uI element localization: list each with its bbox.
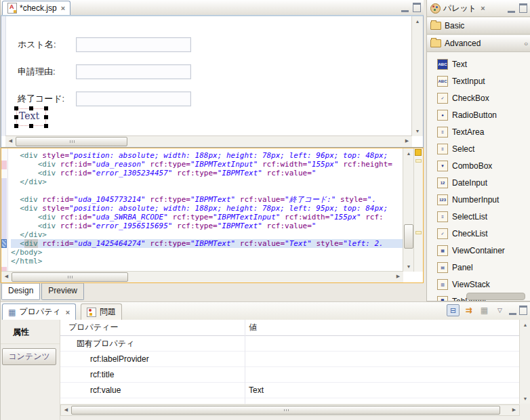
scroll-down-icon[interactable]: ▼ (412, 126, 423, 136)
annotation-marker[interactable] (415, 159, 422, 163)
minimize-icon[interactable] (508, 4, 515, 13)
code-line[interactable]: </html> (11, 257, 403, 266)
design-canvas[interactable]: ホスト名:申請理由:終了コード: Text ▲ ▼ ◀ ▶ (1, 15, 424, 148)
palette-item-selectlist[interactable]: ≡SelectList (427, 208, 530, 225)
selection-handle[interactable] (14, 115, 18, 119)
palette-item-combobox[interactable]: ▼ComboBox (427, 157, 530, 174)
selection-handle[interactable] (44, 106, 48, 110)
source-code[interactable]: <div style="position: absolute; width: 1… (8, 148, 403, 272)
field-input[interactable] (76, 37, 191, 52)
source-horizontal-scrollbar[interactable]: ◀ ▶ (1, 271, 403, 282)
minimize-icon[interactable] (401, 3, 409, 12)
selection-handle[interactable] (44, 124, 48, 128)
code-line[interactable]: <div style="position: absolute; width: 1… (11, 204, 403, 213)
selection-handle[interactable] (14, 124, 18, 128)
selection-handle[interactable] (29, 106, 33, 110)
palette-scrollbar-thumb[interactable] (466, 293, 525, 300)
design-vertical-scrollbar[interactable]: ▲ ▼ (411, 16, 423, 136)
selection-handle[interactable] (29, 124, 33, 128)
maximize-icon[interactable] (519, 306, 527, 315)
property-value[interactable]: Text (245, 385, 264, 395)
scroll-right-icon[interactable]: ▶ (393, 272, 403, 282)
scroll-up-icon[interactable]: ▲ (403, 148, 414, 159)
table-row[interactable]: rcf:title (60, 367, 520, 383)
tab-design[interactable]: Design (1, 283, 40, 300)
palette-item-radiobutton[interactable]: ●RadioButton (427, 106, 530, 123)
palette-item-dateinput[interactable]: 12DateInput (427, 174, 530, 191)
palette-item-checkbox[interactable]: ✓CheckBox (427, 89, 530, 106)
selected-text-element[interactable]: Text (16, 108, 46, 126)
palette-item-checklist[interactable]: ✓CheckList (427, 225, 530, 242)
palette-item-text[interactable]: ABCText (427, 56, 530, 72)
restore-default-button[interactable]: ▦ (478, 304, 491, 316)
maximize-icon[interactable] (519, 3, 527, 13)
scrollbar-thumb[interactable] (71, 406, 500, 415)
scroll-up-icon[interactable]: ▲ (520, 320, 530, 330)
palette-group-advanced[interactable]: Advanced ‹› (427, 35, 530, 52)
scrollbar-thumb[interactable] (404, 224, 413, 249)
code-line[interactable]: </div> (11, 177, 403, 186)
palette-item-label: NumberInput (452, 195, 499, 205)
annotation-marker[interactable] (415, 231, 422, 234)
code-token (11, 177, 20, 186)
code-line[interactable]: <div rcf:id="uda_1425464274" rcf:type="I… (11, 239, 403, 248)
close-icon[interactable]: × (479, 4, 485, 12)
properties-horizontal-scrollbar[interactable]: ◀ ▶ (60, 404, 520, 416)
scroll-left-icon[interactable]: ◀ (61, 405, 71, 415)
palette-item-textarea[interactable]: ≡TextArea (427, 123, 530, 140)
table-row[interactable]: 固有プロパティ (60, 336, 520, 352)
close-icon[interactable]: × (60, 4, 65, 12)
code-token: rcf:value= (235, 195, 285, 204)
source-editor[interactable]: <div style="position: absolute; width: 1… (1, 148, 424, 283)
code-line[interactable]: </div> (11, 230, 403, 239)
scroll-left-icon[interactable]: ◀ (5, 136, 16, 147)
source-vertical-scrollbar[interactable]: ▲ ▼ (403, 148, 414, 272)
scroll-down-icon[interactable]: ▼ (403, 261, 414, 272)
scroll-left-icon[interactable]: ◀ (1, 272, 12, 282)
field-input[interactable] (76, 91, 191, 106)
show-advanced-button[interactable]: ⇉ (462, 304, 475, 316)
palette-item-select[interactable]: ≡Select (427, 140, 530, 157)
code-line[interactable]: <div rcf:id="uda_SWRBA_RCODE" rcf:type="… (11, 213, 403, 222)
field-input[interactable] (76, 64, 191, 79)
scrollbar-thumb[interactable] (16, 137, 127, 146)
editor-tab-check-jsp[interactable]: *check.jsp × (2, 1, 70, 15)
code-line[interactable]: <div rcf:id="uda_reason" rcf:type="IBPMT… (11, 160, 403, 169)
close-icon[interactable]: × (64, 308, 70, 316)
palette-item-panel[interactable]: ▤Panel (427, 259, 530, 276)
minimize-icon[interactable] (509, 306, 516, 315)
tab-problems[interactable]: 問題 (81, 303, 122, 320)
code-line[interactable]: </body> (11, 248, 403, 257)
properties-vertical-scrollbar[interactable]: ▲ ▼ (519, 320, 530, 404)
selection-handle[interactable] (44, 115, 48, 119)
code-line[interactable]: <div rcf:id="error_1956515695" rcf:type=… (11, 222, 403, 230)
table-row[interactable]: rcf:valueText (60, 383, 520, 398)
show-categories-button[interactable]: ⊟ (447, 304, 460, 316)
palette-group-basic[interactable]: Basic (427, 17, 530, 35)
side-tab-contents[interactable]: コンテンツ (2, 348, 56, 365)
palette-item-numberinput[interactable]: 123NumberInput (427, 191, 530, 208)
scroll-right-icon[interactable]: ▶ (402, 136, 412, 147)
scroll-right-icon[interactable]: ▶ (509, 405, 519, 415)
scroll-down-icon[interactable]: ▼ (520, 394, 530, 404)
side-tab-attributes[interactable]: 属性 (1, 320, 60, 344)
code-line[interactable]: <div rcf:id="error_1305234457" rcf:type=… (11, 169, 403, 177)
design-horizontal-scrollbar[interactable]: ◀ ▶ (5, 135, 412, 147)
selection-handle[interactable] (14, 106, 18, 110)
palette-item-viewcontainer[interactable]: ▦ViewContainer (427, 242, 530, 259)
maximize-icon[interactable] (413, 3, 421, 12)
scroll-up-icon[interactable]: ▲ (412, 16, 423, 26)
tab-properties[interactable]: ▦ プロパティ × (2, 303, 76, 320)
code-line[interactable]: <div rcf:id="uda_1045773214" rcf:type="I… (11, 195, 403, 204)
tab-preview[interactable]: Preview (41, 283, 84, 300)
overview-ruler (413, 148, 423, 272)
palette-item-viewstack[interactable]: ▥ViewStack (427, 276, 530, 293)
table-row[interactable]: rcf:labelProvider (60, 352, 520, 367)
view-menu-button[interactable]: ▽ (493, 304, 506, 316)
palette-item-textinput[interactable]: ABCTextInput (427, 72, 530, 89)
code-line[interactable]: <div style="position: absolute; width: 1… (11, 151, 403, 160)
scrollbar-thumb[interactable] (12, 272, 128, 282)
pin-icon[interactable]: ‹› (524, 40, 527, 47)
annotation-header-icon[interactable] (415, 149, 422, 156)
code-line[interactable] (11, 186, 403, 195)
